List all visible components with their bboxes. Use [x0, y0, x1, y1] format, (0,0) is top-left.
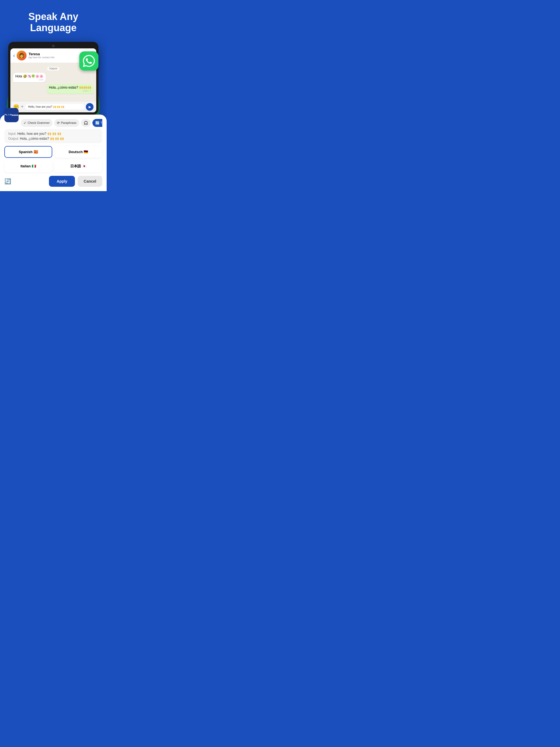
message-input[interactable]: Hello, how are you? 🙌 🙌 🙌	[25, 104, 84, 110]
listen-icon: 🎧	[84, 121, 88, 125]
received-bubble: Hola 🤣🦄🍀🌸🌸 11:41	[13, 73, 46, 82]
chat-input-bar: 🙂 + Hello, how are you? 🙌 🙌 🙌 ▶	[10, 101, 96, 112]
sent-message: Hola, ¿cómo estás? 🙌🙌🙌 11:42 ✓✓	[13, 84, 94, 94]
language-spanish[interactable]: Spanish 🇪🇸	[4, 146, 52, 158]
translate-output: Input: Hello, how are you? 🙌 🙌 🙌 Output:…	[4, 129, 102, 143]
received-time: 11:41	[15, 79, 44, 81]
refresh-button[interactable]: 🔄	[4, 178, 11, 185]
keyboard-icon: PLAIN ▦▦▦▦	[4, 108, 19, 122]
avatar: 👩	[17, 51, 27, 60]
translate-button[interactable]: 🔄 Translate	[93, 119, 102, 127]
sent-time: 11:42 ✓✓	[49, 90, 91, 92]
translate-icon: 🔄	[95, 121, 100, 125]
cancel-button[interactable]: Cancel	[78, 176, 102, 187]
language-italian[interactable]: Italian 🇮🇹	[4, 160, 52, 173]
send-button[interactable]: ▶	[86, 103, 94, 111]
paraphrase-icon: ⟳	[57, 121, 60, 125]
translate-output-line: Output: Hola, ¿cómo estás? 🙌 🙌 🙌	[8, 137, 98, 140]
header-title: Speak Any Language	[5, 11, 101, 34]
whatsapp-icon	[79, 51, 98, 71]
paraphrase-button[interactable]: ⟳ Paraphrase	[54, 119, 79, 127]
bottom-panel: PLAIN ▦▦▦▦ ✓ Check Grammer ⟳ Paraphrase …	[0, 114, 107, 191]
attach-button[interactable]: +	[21, 104, 24, 110]
sent-bubble: Hola, ¿cómo estás? 🙌🙌🙌 11:42 ✓✓	[47, 84, 94, 94]
back-button[interactable]: ‹	[13, 52, 15, 58]
check-grammar-button[interactable]: ✓ Check Grammer	[21, 119, 52, 127]
toolbar: ✓ Check Grammer ⟳ Paraphrase 🎧 🔄 Transla…	[4, 119, 102, 129]
language-japanese[interactable]: 日本語 🇯🇵	[54, 160, 102, 173]
apply-button[interactable]: Apply	[49, 176, 75, 187]
translate-input-line: Input: Hello, how are you? 🙌 🙌 🙌	[8, 132, 98, 136]
header: Speak Any Language	[0, 0, 107, 39]
tablet-camera	[52, 45, 55, 47]
received-message: Hola 🤣🦄🍀🌸🌸 11:41	[13, 73, 94, 82]
check-grammar-icon: ✓	[24, 121, 27, 125]
language-deutsch[interactable]: Deutsch 🇩🇪	[54, 146, 102, 158]
language-grid: Spanish 🇪🇸 Deutsch 🇩🇪 Italian 🇮🇹 日本語 🇯🇵	[4, 146, 102, 173]
listen-button[interactable]: 🎧	[81, 119, 91, 127]
action-row: 🔄 Apply Cancel	[4, 176, 102, 187]
